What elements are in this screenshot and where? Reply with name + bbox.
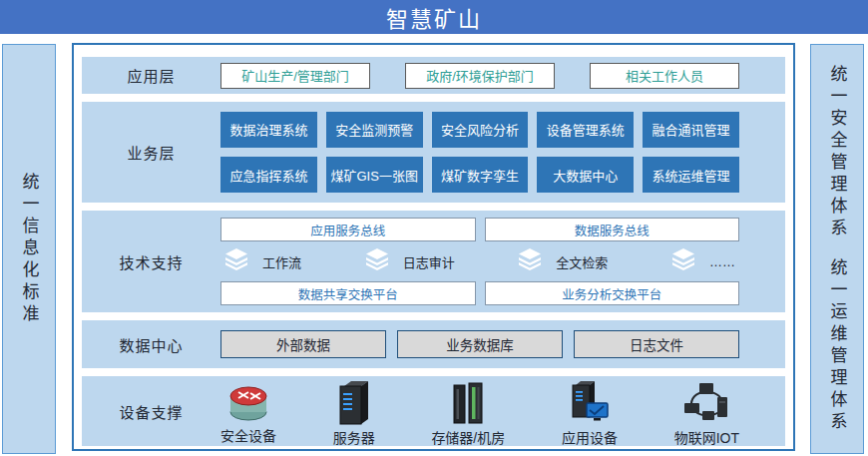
biz-box-emergency-command: 应急指挥系统 (220, 157, 317, 193)
service-bus-row: 应用服务总线 数据服务总线 (220, 218, 739, 241)
biz-box-digital-twin: 煤矿数字孪生 (432, 157, 529, 193)
biz-box-safety-monitoring: 安全监测预警 (326, 112, 423, 148)
layer-equipment: 设备支撑 安全设备 (82, 376, 785, 446)
layers-icon (224, 248, 248, 274)
middleware-fulltext-search: 全文检索 (518, 248, 608, 274)
left-pillar-unified-info-standard: 统一信息化标准 (2, 44, 56, 454)
layers-icon (671, 248, 695, 274)
layers-icon (518, 248, 542, 274)
layer-data-center-label: 数据中心 (82, 320, 220, 368)
equipment-security-device: 安全设备 (220, 381, 276, 445)
layer-equipment-label: 设备支撑 (82, 376, 220, 446)
right-pillar-label-security: 统一安全管理体系 (829, 65, 846, 240)
biz-box-big-data-center: 大数据中心 (537, 157, 634, 193)
equipment-iot-label: 物联网IOT (674, 427, 739, 447)
biz-box-device-management: 设备管理系统 (537, 112, 634, 148)
layer-application: 应用层 矿山生产/管理部门 政府/环境保护部门 相关工作人员 (82, 57, 785, 94)
equipment-server-label: 服务器 (333, 427, 375, 447)
biz-box-gis-map: 煤矿GIS一张图 (326, 157, 423, 193)
biz-box-risk-analysis: 安全风险分析 (432, 112, 529, 148)
middleware-workflow: 工作流 (224, 248, 301, 274)
middleware-more-label: …… (709, 254, 735, 269)
exchange-platform-row: 数据共享交换平台 业务分析交换平台 (220, 281, 739, 305)
app-box-mine-production: 矿山生产/管理部门 (220, 63, 370, 89)
bus-box-app-service: 应用服务总线 (220, 218, 476, 241)
middleware-row: 工作流 日志审计 全文检索 (220, 248, 739, 274)
middleware-log-audit-label: 日志审计 (403, 252, 455, 271)
data-box-external-data: 外部数据 (220, 330, 386, 358)
business-row-2: 应急指挥系统 煤矿GIS一张图 煤矿数字孪生 大数据中心 系统运维管理 (220, 157, 739, 193)
iot-network-icon (682, 381, 730, 425)
layers-icon (365, 248, 389, 274)
middleware-fulltext-search-label: 全文检索 (556, 252, 608, 271)
equipment-app-device: 应用设备 (562, 381, 618, 447)
app-box-government-env: 政府/环境保护部门 (405, 63, 555, 89)
architecture-panel: 应用层 矿山生产/管理部门 政府/环境保护部门 相关工作人员 业务层 数据治理系… (72, 43, 795, 451)
app-box-related-staff: 相关工作人员 (590, 63, 739, 89)
layer-tech-support: 技术支持 应用服务总线 数据服务总线 工作流 日志审计 (82, 211, 785, 312)
app-device-icon (568, 381, 612, 425)
biz-box-converged-comms: 融合通讯管理 (643, 112, 739, 148)
layer-business: 业务层 数据治理系统 安全监测预警 安全风险分析 设备管理系统 融合通讯管理 应… (82, 102, 785, 203)
data-box-business-db: 业务数据库 (397, 330, 563, 358)
equipment-app-device-label: 应用设备 (562, 427, 618, 447)
data-box-log-files: 日志文件 (574, 330, 739, 358)
title-banner: 智慧矿山 (0, 0, 868, 34)
equipment-server: 服务器 (333, 381, 375, 447)
middleware-more: …… (671, 248, 735, 274)
right-pillar-label-ops: 统一运维管理体系 (829, 258, 846, 434)
biz-box-system-ops: 系统运维管理 (643, 157, 739, 193)
layer-tech-support-label: 技术支持 (82, 211, 220, 312)
middleware-log-audit: 日志审计 (365, 248, 455, 274)
layer-business-label: 业务层 (82, 102, 220, 203)
middleware-workflow-label: 工作流 (262, 252, 301, 271)
server-icon (337, 381, 371, 425)
layer-application-label: 应用层 (82, 57, 220, 94)
bus-box-data-service: 数据服务总线 (485, 218, 740, 241)
biz-box-data-governance: 数据治理系统 (220, 112, 317, 148)
security-device-icon (225, 381, 271, 423)
platform-box-data-sharing: 数据共享交换平台 (220, 281, 476, 305)
equipment-storage-label: 存储器/机房 (431, 427, 505, 447)
equipment-iot: 物联网IOT (674, 381, 739, 447)
storage-rack-icon (450, 381, 486, 425)
equipment-security-device-label: 安全设备 (220, 425, 276, 445)
platform-box-business-analysis: 业务分析交换平台 (485, 281, 740, 305)
business-row-1: 数据治理系统 安全监测预警 安全风险分析 设备管理系统 融合通讯管理 (220, 112, 739, 148)
left-pillar-label: 统一信息化标准 (21, 173, 38, 326)
right-pillar-unified-systems: 统一安全管理体系 统一运维管理体系 (810, 44, 864, 454)
page-title: 智慧矿山 (386, 1, 482, 33)
layer-data-center: 数据中心 外部数据 业务数据库 日志文件 (82, 320, 785, 368)
equipment-storage: 存储器/机房 (431, 381, 505, 447)
